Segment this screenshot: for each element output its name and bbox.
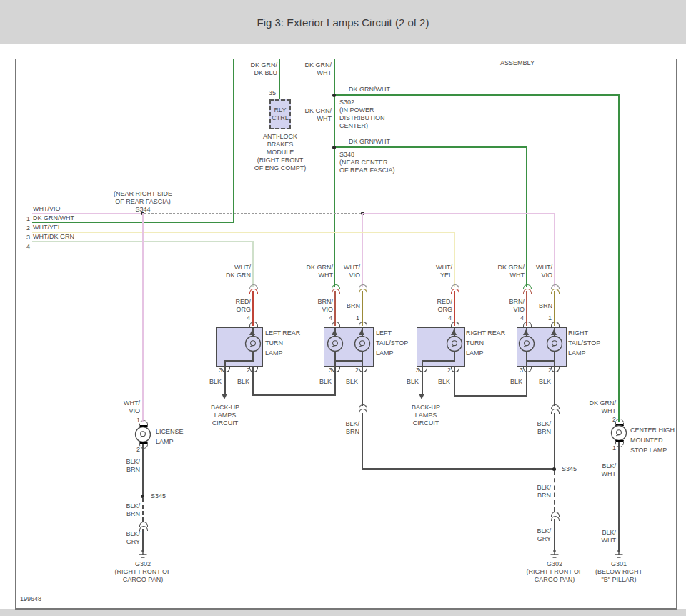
lamp-internal-bar xyxy=(526,360,555,362)
wire-blk-brn-dashed-license xyxy=(142,498,144,522)
diagram-border-left xyxy=(15,59,16,610)
wire-label-brn-2: BRN xyxy=(534,302,552,310)
wire-blk xyxy=(526,366,527,397)
arrow-down-icon xyxy=(222,394,227,399)
wire-wht-vio-horizontal-right xyxy=(362,213,555,214)
wire-wht-vio-right-tail-vertical xyxy=(554,213,555,287)
bus-pin-2: 2 xyxy=(21,224,30,232)
wire-blk-right-tail-ground xyxy=(554,366,555,406)
splice-s348-location: (NEAR CENTER OF REAR FASCIA) xyxy=(339,159,400,174)
pin-4-right-turn: 4 xyxy=(444,314,452,322)
pin-1-right-tail: 1 xyxy=(545,314,552,322)
wire-label-blk: BLK xyxy=(403,378,419,386)
connector-icon xyxy=(332,322,340,327)
wire-label-dk-grn-wht-mid: DK GRN/ WHT xyxy=(303,107,332,123)
title-bar: Fig 3: Exterior Lamps Circuit (2 of 2) xyxy=(0,0,686,44)
wire-label-brn-vio-1: BRN/ VIO xyxy=(312,298,333,314)
wire-blk-backup-right xyxy=(422,366,423,394)
wire-label-blk: BLK xyxy=(206,378,222,386)
pin-1-chmsl: 1 xyxy=(609,444,616,452)
splice-s302-id: S302 xyxy=(339,99,382,106)
wire-label-dk-grn-wht-rt: DK GRN/ WHT xyxy=(492,264,525,279)
wire-label-dk-grn-wht-s302: DK GRN/WHT xyxy=(349,86,392,94)
wire-wht-yel-vertical xyxy=(454,232,455,287)
wire-label-dk-grn-wht-lt: DK GRN/ WHT xyxy=(301,264,333,279)
lamp-label-left-tail-stop: LEFT TAIL/STOP LAMP xyxy=(376,328,419,358)
connector-icon xyxy=(249,289,258,294)
wire-label-blk-brn-license: BLK/ BRN xyxy=(120,458,140,474)
arrow-down-icon xyxy=(419,394,424,399)
rly-ctrl-module-box: RLY CTRL xyxy=(269,99,291,129)
wire-blk-brn-vertical xyxy=(554,413,555,470)
splice-s344-location: (NEAR RIGHT SIDE OF REAR FASCIA) xyxy=(100,190,186,206)
wire-wht-yel-bus xyxy=(32,232,455,233)
splice-s345-id-left: S345 xyxy=(151,492,172,500)
connector-icon xyxy=(551,289,560,294)
wire-dk-grn-wht-bus xyxy=(32,222,234,223)
wire-brn-vio-right-tail xyxy=(526,291,527,326)
lamp-internal-wire xyxy=(422,360,423,366)
wire-label-wht-yel: WHT/ YEL xyxy=(428,264,452,279)
wire-label-wht-vio-bus: WHT/VIO xyxy=(33,205,76,213)
ground-g302-id-right: G302 xyxy=(540,560,569,568)
lamp-label-right-rear-turn: RIGHT REAR TURN LAMP xyxy=(466,328,513,358)
wire-blk-left-tail-ground xyxy=(362,366,363,406)
lamp-label-license: LICENSE LAMP xyxy=(156,427,199,447)
pin-4-left-turn: 4 xyxy=(243,314,250,322)
splice-dot-s348 xyxy=(332,146,336,149)
connector-icon xyxy=(451,289,459,294)
wire-blk-brn-dashed xyxy=(554,471,555,512)
wire-blk-wht-chmsl xyxy=(618,442,620,550)
wire-red-org-right-turn xyxy=(454,291,455,326)
ground-g302-id-left: G302 xyxy=(129,560,157,568)
wire-dk-grn-wht-right-tail-vertical xyxy=(526,146,527,287)
module-pin-35: 35 xyxy=(260,89,276,97)
connector-icon xyxy=(249,322,258,327)
wire-label-wht-dk-grn: WHT/ DK GRN xyxy=(222,264,251,279)
splice-s302-location: (IN POWER DISTRIBUTION CENTER) xyxy=(339,106,389,130)
wire-blk xyxy=(334,366,336,396)
wire-blk-horizontal-left xyxy=(252,394,336,396)
wire-label-blk: BLK xyxy=(507,378,522,386)
ground-g301-loc: (BELOW RIGHT "B" PILLAR) xyxy=(587,568,651,584)
splice-dot-s302 xyxy=(332,94,336,97)
wire-label-dk-grn-dk-blu: DK GRN/ DK BLU xyxy=(240,61,277,77)
wire-blk-gry-vertical xyxy=(554,519,555,550)
diagram-border-right xyxy=(676,59,677,610)
connector-icon xyxy=(523,289,532,294)
wire-label-brn-1: BRN xyxy=(342,302,360,310)
wire-blk-gry-license xyxy=(142,529,144,550)
ground-g302-loc-left: (RIGHT FRONT OF CARGO PAN) xyxy=(107,568,179,584)
wire-blk-brn-horizontal xyxy=(362,468,555,470)
bulb-icon xyxy=(353,334,372,356)
wire-label-wht-vio-lt: WHT/ VIO xyxy=(336,264,360,279)
wire-label-red-org-1: RED/ ORG xyxy=(229,298,251,314)
wire-label-blk-brn: BLK/ BRN xyxy=(339,420,359,436)
wire-label-dk-grn-wht-s348: DK GRN/WHT xyxy=(349,138,392,146)
connector-icon xyxy=(451,322,459,327)
wire-dk-grn-wht-left-vertical xyxy=(233,59,234,223)
wire-blk xyxy=(454,366,455,397)
splice-s348-id: S348 xyxy=(339,151,382,159)
ground-g301-id: G301 xyxy=(605,560,633,568)
ground-g302-loc-right: (RIGHT FRONT OF CARGO PAN) xyxy=(519,568,590,584)
wire-label-dk-grn-wht-chmsl: DK GRN/ WHT xyxy=(586,399,616,415)
lamp-internal-wire xyxy=(224,360,226,366)
pin-2-left-tail: 2 xyxy=(352,367,359,374)
connector-icon xyxy=(359,289,367,294)
wire-brn-vio-left-tail xyxy=(334,291,336,326)
pin-3-right-tail: 3 xyxy=(516,367,523,374)
wire-label-blk: BLK xyxy=(234,378,249,386)
wire-wht-vio-left-tail-vertical xyxy=(362,213,363,287)
wire-dk-grn-wht-s348-horizontal xyxy=(334,146,527,148)
wire-blk-brn-vertical xyxy=(362,413,363,470)
lamp-label-left-rear-turn: LEFT REAR TURN LAMP xyxy=(265,328,311,358)
wire-label-blk: BLK xyxy=(342,378,358,386)
bulb-icon xyxy=(517,334,536,356)
bulb-icon xyxy=(326,334,344,356)
sheet-code: 199648 xyxy=(20,595,41,603)
bus-pin-3: 3 xyxy=(21,234,30,242)
assembly-label: ASSEMBLY xyxy=(489,59,546,67)
wire-blk-horizontal-right xyxy=(454,395,527,397)
connector-icon xyxy=(359,322,367,327)
